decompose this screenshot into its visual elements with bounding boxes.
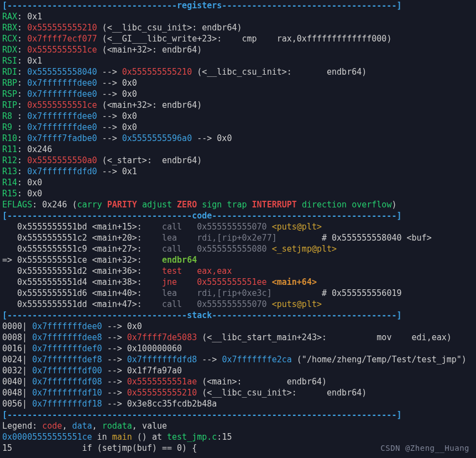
reg-r11: R11: 0x246	[2, 144, 474, 155]
reg-rbx: RBX: 0x555555555210 (<__libc_csu_init>: …	[2, 22, 474, 33]
stack-line: 0024| 0x7fffffffdef8 --> 0x7fffffffdfd8 …	[2, 354, 474, 365]
code-line: 0x5555555551c9 <main+27>: call 0x5555555…	[2, 243, 474, 254]
code-line: 0x5555555551c2 <main+20>: lea rdi,[rip+0…	[2, 232, 474, 243]
reg-rdx: RDX: 0x5555555551ce (<main+32>: endbr64)	[2, 44, 474, 55]
reg-r14: R14: 0x0	[2, 177, 474, 188]
section-footer: [---------------------------------------…	[2, 409, 474, 420]
reg-r13: R13: 0x7fffffffdfd0 --> 0x1	[2, 166, 474, 177]
stack-line: 0000| 0x7fffffffdee0 --> 0x0	[2, 321, 474, 332]
reg-r9: R9 : 0x7fffffffdee0 --> 0x0	[2, 122, 474, 133]
code-line-current: => 0x5555555551ce <main+32>: endbr64	[2, 254, 474, 266]
code-line: 0x5555555551dd <main+47>: call 0x5555555…	[2, 299, 474, 310]
location-line: 0x00005555555551ce in main () at test_jm…	[2, 431, 474, 443]
section-header-code: [-------------------------------------co…	[2, 210, 474, 221]
code-line: 0x5555555551d4 <main+38>: jne 0x55555555…	[2, 277, 474, 288]
terminal-output: [----------------------------------regis…	[0, 0, 476, 457]
reg-rsp: RSP: 0x7fffffffdee0 --> 0x0	[2, 89, 474, 100]
stack-line: 0008| 0x7fffffffdee8 --> 0x7ffff7de5083 …	[2, 332, 474, 343]
stack-line: 0032| 0x7fffffffdf00 --> 0x1f7fa97a0	[2, 365, 474, 376]
reg-rsi: RSI: 0x1	[2, 55, 474, 66]
stack-line: 0048| 0x7fffffffdf10 --> 0x555555555210 …	[2, 387, 474, 398]
reg-rdi: RDI: 0x555555558040 --> 0x555555555210 (…	[2, 66, 474, 77]
legend: Legend: code, data, rodata, value	[2, 420, 474, 431]
section-header-registers: [----------------------------------regis…	[2, 0, 474, 11]
reg-r8: R8 : 0x7fffffffdee0 --> 0x0	[2, 111, 474, 122]
stack-line: 0016| 0x7fffffffdef0 --> 0x100000060	[2, 343, 474, 354]
section-header-stack: [------------------------------------sta…	[2, 310, 474, 321]
reg-r15: R15: 0x0	[2, 188, 474, 199]
stack-line: 0056| 0x7fffffffdf18 --> 0x3e8cc35fcdb2b…	[2, 398, 474, 409]
watermark: CSDN @Zheng__Huang	[380, 443, 469, 454]
reg-rcx: RCX: 0x7ffff7ecf077 (<__GI___libc_write+…	[2, 33, 474, 44]
code-line: 0x5555555551d2 <main+36>: test eax,eax	[2, 266, 474, 277]
reg-rax: RAX: 0x1	[2, 11, 474, 22]
code-line: 0x5555555551bd <main+15>: call 0x5555555…	[2, 221, 474, 232]
reg-rip: RIP: 0x5555555551ce (<main+32>: endbr64)	[2, 100, 474, 111]
reg-r10: R10: 0x7ffff7fadbe0 --> 0x5555555596a0 -…	[2, 133, 474, 144]
stack-line: 0040| 0x7fffffffdf08 --> 0x5555555551ae …	[2, 376, 474, 387]
reg-eflags: EFLAGS: 0x246 (carry PARITY adjust ZERO …	[2, 199, 474, 210]
reg-r12: R12: 0x5555555550a0 (<_start>: endbr64)	[2, 155, 474, 166]
code-line: 0x5555555551d6 <main+40>: lea rdi,[rip+0…	[2, 288, 474, 299]
reg-rbp: RBP: 0x7fffffffdee0 --> 0x0	[2, 77, 474, 89]
